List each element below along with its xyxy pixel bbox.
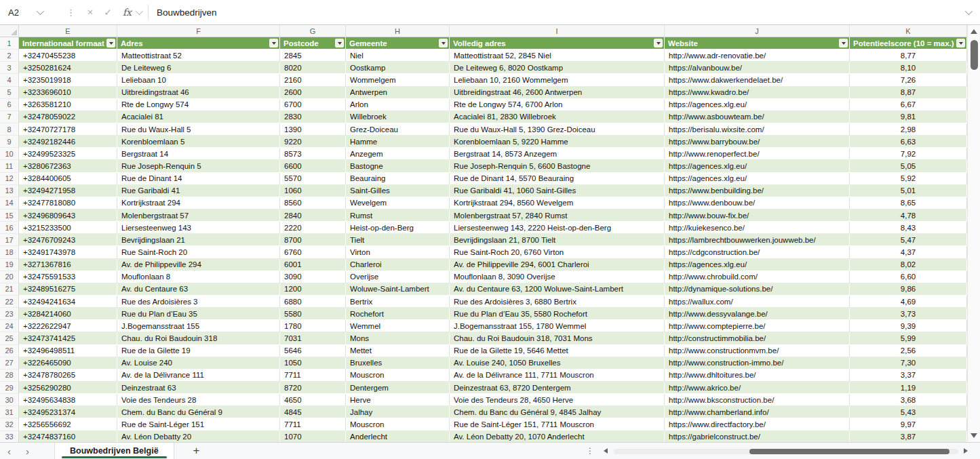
cell[interactable]: 4,37 bbox=[850, 246, 967, 258]
cell[interactable]: Rue Joseph-Renquin 5, 6600 Bastogne bbox=[450, 160, 665, 172]
cell[interactable]: 6001 bbox=[280, 259, 346, 271]
cell[interactable]: 3,87 bbox=[850, 431, 967, 443]
cell[interactable]: Bevrijdingslaan 21, 8700 Tielt bbox=[450, 234, 665, 246]
cell[interactable]: Woluwe-Saint-Lambert bbox=[346, 283, 450, 296]
cell[interactable]: 6760 bbox=[280, 246, 346, 258]
cell[interactable]: 2840 bbox=[280, 209, 346, 222]
cell[interactable]: J.Bogemansstraat 155 bbox=[117, 320, 280, 332]
cell[interactable]: Chau. du Roi Baudouin 318, 7031 Mons bbox=[450, 332, 665, 344]
filter-button[interactable] bbox=[439, 39, 448, 47]
cell[interactable]: Rte de Longwy 574 bbox=[117, 99, 280, 111]
filter-button[interactable] bbox=[335, 39, 344, 47]
cell[interactable]: Rte de Longwy 574, 6700 Arlon bbox=[450, 99, 665, 111]
row-number[interactable]: 17 bbox=[0, 234, 19, 246]
row-number[interactable]: 19 bbox=[0, 259, 19, 271]
column-letter-i[interactable]: I bbox=[450, 25, 665, 37]
cell[interactable]: Liersesteenweg 143 bbox=[117, 222, 280, 234]
cell[interactable]: Beauraing bbox=[346, 173, 450, 185]
cell[interactable]: Rue du Plan d’Eau 35 bbox=[117, 308, 280, 320]
cell[interactable]: Kortrijkstraat 294, 8560 Wevelgem bbox=[450, 197, 665, 209]
fx-chevron-icon[interactable] bbox=[136, 7, 143, 15]
cell[interactable]: https://cdgconstruction.be/ bbox=[665, 246, 850, 258]
cell[interactable]: +32496809643 bbox=[19, 209, 117, 222]
cell[interactable]: http://www.construction-immo.be/ bbox=[665, 357, 850, 370]
cell[interactable]: +32492182446 bbox=[19, 136, 117, 148]
row-number[interactable]: 30 bbox=[0, 394, 19, 406]
cell[interactable]: +3271367816 bbox=[19, 259, 117, 271]
cell[interactable]: http://www.bouw-fix.be/ bbox=[665, 209, 850, 222]
row-number[interactable]: 8 bbox=[0, 123, 19, 136]
cell[interactable]: Rue de Dinant 14, 5570 Beauraing bbox=[450, 173, 665, 185]
row-number[interactable]: 33 bbox=[0, 431, 19, 443]
cell[interactable]: 1070 bbox=[280, 431, 346, 443]
cell[interactable]: 5,99 bbox=[850, 332, 967, 344]
row-number[interactable]: 24 bbox=[0, 320, 19, 332]
cell[interactable]: Acacialei 81 bbox=[117, 111, 280, 123]
cell[interactable]: 7031 bbox=[280, 332, 346, 344]
cell[interactable]: Herve bbox=[346, 394, 450, 406]
scroll-right-icon[interactable] bbox=[964, 448, 968, 454]
cell[interactable]: https://wallux.com/ bbox=[665, 296, 850, 308]
cell[interactable]: 2160 bbox=[280, 74, 346, 86]
cell[interactable]: http://www.dhltoitures.be/ bbox=[665, 370, 850, 382]
cell[interactable]: Leliebaan 10, 2160 Wommelgem bbox=[450, 74, 665, 86]
cell[interactable]: +3280672363 bbox=[19, 160, 117, 172]
column-letter-j[interactable]: J bbox=[665, 25, 850, 37]
cell[interactable]: 1200 bbox=[280, 283, 346, 296]
cell[interactable]: Wommelgem bbox=[346, 74, 450, 86]
cell[interactable]: Chem. du Banc du Général 9, 4845 Jalhay bbox=[450, 406, 665, 418]
cell[interactable]: Av. de Philippeville 294, 6001 Charleroi bbox=[450, 259, 665, 271]
cell[interactable]: 5,01 bbox=[850, 185, 967, 197]
cell[interactable]: 8700 bbox=[280, 234, 346, 246]
cell[interactable]: Rochefort bbox=[346, 308, 450, 320]
cell[interactable]: Mouflonlaan 8, 3090 Overijse bbox=[450, 271, 665, 283]
row-number[interactable]: 32 bbox=[0, 418, 19, 431]
cell[interactable]: +3256290280 bbox=[19, 382, 117, 394]
cell[interactable]: 6600 bbox=[280, 160, 346, 172]
row-number[interactable]: 2 bbox=[0, 49, 19, 62]
column-letter-e[interactable]: E bbox=[19, 25, 117, 37]
cell[interactable]: 2600 bbox=[280, 87, 346, 99]
row-number[interactable]: 29 bbox=[0, 382, 19, 394]
row-number[interactable]: 11 bbox=[0, 160, 19, 172]
cell[interactable]: +3235019918 bbox=[19, 74, 117, 86]
cell[interactable]: Bergstraat 14 bbox=[117, 148, 280, 160]
row-number[interactable]: 13 bbox=[0, 185, 19, 197]
cell[interactable]: +3222622947 bbox=[19, 320, 117, 332]
cell[interactable]: +3256556692 bbox=[19, 418, 117, 431]
cell[interactable]: Av. Louise 240, 1050 Bruxelles bbox=[450, 357, 665, 370]
cell[interactable]: Mouscron bbox=[346, 370, 450, 382]
cell[interactable]: 6,63 bbox=[850, 136, 967, 148]
cell[interactable]: 7,92 bbox=[850, 148, 967, 160]
cell[interactable]: 9,81 bbox=[850, 111, 967, 123]
cell[interactable]: https://www.directfactory.be/ bbox=[665, 418, 850, 431]
cell[interactable]: Molenbergstraat 57 bbox=[117, 209, 280, 222]
cell[interactable]: Av. du Centaure 63 bbox=[117, 283, 280, 296]
row-number[interactable]: 23 bbox=[0, 308, 19, 320]
cell[interactable]: Oostkamp bbox=[346, 62, 450, 74]
cell[interactable]: https://agences.xlg.eu/ bbox=[665, 173, 850, 185]
row-number[interactable]: 3 bbox=[0, 62, 19, 74]
cell[interactable]: https://agences.xlg.eu/ bbox=[665, 160, 850, 172]
cell[interactable]: https://gabrielconstruct.be/ bbox=[665, 431, 850, 443]
cell[interactable]: Rue du Waux-Hall 5 bbox=[117, 123, 280, 136]
cell[interactable]: 6700 bbox=[280, 99, 346, 111]
cell[interactable]: http://www.renoperfect.be/ bbox=[665, 148, 850, 160]
cell[interactable]: https://berisalu.wixsite.com/ bbox=[665, 123, 850, 136]
cell[interactable]: 8720 bbox=[280, 382, 346, 394]
row-number[interactable]: 10 bbox=[0, 148, 19, 160]
cell[interactable]: +3263581210 bbox=[19, 99, 117, 111]
cell[interactable]: 3,73 bbox=[850, 308, 967, 320]
cell[interactable]: Av. Louise 240 bbox=[117, 357, 280, 370]
cell[interactable]: 8,65 bbox=[850, 197, 967, 209]
filter-button[interactable] bbox=[956, 39, 965, 47]
cell[interactable]: Bertrix bbox=[346, 296, 450, 308]
cell[interactable]: Heist-op-den-Berg bbox=[346, 222, 450, 234]
cell[interactable]: 3,68 bbox=[850, 394, 967, 406]
cell[interactable]: 8020 bbox=[280, 62, 346, 74]
filter-button[interactable] bbox=[106, 39, 115, 47]
cancel-entry-button[interactable]: × bbox=[82, 7, 98, 18]
cell[interactable]: http://www.dessyvalange.be/ bbox=[665, 308, 850, 320]
cell[interactable]: +32470727178 bbox=[19, 123, 117, 136]
cell[interactable]: 5646 bbox=[280, 345, 346, 357]
